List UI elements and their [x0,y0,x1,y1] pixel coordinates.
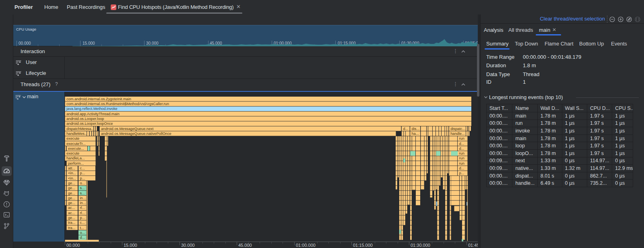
svg-text:handle...: handle... [450,132,464,136]
svg-text:com.android.internal.os.Zygote: com.android.internal.os.ZygoteInit.main [66,97,131,101]
svg-text:in...: in... [80,201,86,205]
svg-text:tra...: tra... [68,221,75,225]
svg-text:handleLa...: handleLa... [66,156,85,160]
svg-text:run: run [459,156,464,160]
svg-text:dispatchMessa...: dispatchMessa... [66,127,94,131]
svg-text:s...: s... [80,191,85,195]
svg-text:android.os.MessageQueue.next: android.os.MessageQueue.next [101,127,154,131]
svg-text:d...: d... [459,142,464,146]
svg-text:android.os.Looper.loop: android.os.Looper.loop [66,117,104,121]
svg-text:java.lang.reflect.Method.invok: java.lang.reflect.Method.invoke [66,107,118,111]
svg-text:dis...: dis... [411,127,419,131]
svg-text:o...: o... [80,231,85,235]
svg-text:ge...: ge... [68,191,75,195]
svg-text:t...: t... [80,226,84,230]
svg-text:c...: c... [80,221,85,225]
svg-text:ge...: ge... [68,196,75,200]
svg-text:handleMes...: handleMes... [66,132,88,136]
svg-text:android.app.ActivityThread.mai: android.app.ActivityThread.main [66,112,120,116]
svg-text:s...: s... [80,186,85,190]
svg-text:c...: c... [80,166,85,170]
svg-text:com.android.internal.os.Runtim: com.android.internal.os.RuntimeInit$Meth… [66,102,169,106]
svg-text:ge...: ge... [68,181,75,185]
svg-text:rl...: rl... [80,211,85,215]
svg-text:ge...: ge... [68,186,75,190]
svg-text:d...: d... [80,236,85,240]
svg-text:ac...: ac... [68,206,75,210]
svg-text:in...: in... [80,196,86,200]
svg-text:ha...: ha... [411,132,419,136]
svg-text:p...: p... [459,171,464,175]
svg-text:run: run [459,136,464,141]
svg-text:perform...: perform... [68,161,84,165]
svg-text:tra...: tra... [68,226,75,230]
svg-text:d...: d... [403,127,408,131]
svg-text:<in...: <in... [68,176,76,180]
svg-text:o...: o... [80,181,85,185]
svg-text:ge...: ge... [68,201,75,205]
svg-text:execute: execute [66,151,79,155]
svg-text:<in...: <in... [68,171,76,175]
svg-text:d...: d... [459,166,464,170]
svg-text:p...: p... [80,176,85,180]
svg-text:rl...: rl... [80,206,85,210]
svg-text:execute: execute [66,136,79,141]
svg-text:p...: p... [80,171,85,175]
svg-text:android.os.Looper.loopOnce: android.os.Looper.loopOnce [66,122,113,126]
svg-text:d...: d... [459,147,464,151]
svg-text:att...: att... [68,166,75,170]
svg-text:executeTr...: executeTr... [66,142,86,146]
svg-text:p...: p... [80,216,85,220]
svg-text:android.os.MessageQueue.native: android.os.MessageQueue.nativePollOnce [101,132,171,136]
svg-text:execute...: execute... [68,147,84,151]
svg-text:run: run [459,151,464,155]
svg-text:ac...: ac... [68,211,75,215]
svg-text:dispatc...: dispatc... [450,127,465,131]
svg-text:run: run [459,161,464,165]
svg-text:ge...: ge... [68,216,75,220]
